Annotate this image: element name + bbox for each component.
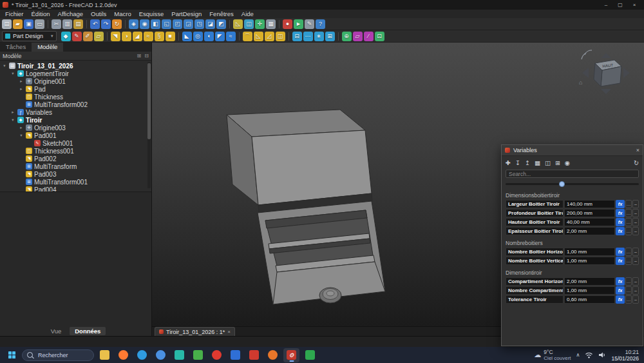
taskbar-search-input[interactable] bbox=[37, 351, 90, 359]
expression-editor-button[interactable]: … bbox=[625, 209, 632, 217]
new-document[interactable]: ▤ bbox=[2, 19, 12, 29]
variable-name-cell[interactable]: Largeur Boitier Tiroir bbox=[506, 200, 564, 208]
create-sketch[interactable]: ✎ bbox=[72, 32, 82, 41]
fx-expression-badge[interactable]: fx bbox=[616, 286, 625, 295]
combo-view-tab[interactable]: Modèle bbox=[32, 43, 63, 52]
tree-item[interactable]: ◥ Pad003 bbox=[0, 170, 151, 178]
datum-line[interactable]: ∕ bbox=[364, 32, 374, 41]
paste[interactable]: ▤ bbox=[73, 19, 83, 29]
remove-variable-button[interactable]: – bbox=[632, 227, 639, 235]
document-tab[interactable]: Tiroir_13_01_2026 : 1* × bbox=[155, 327, 235, 336]
variable-name-cell[interactable]: Nombre Compartiment V bbox=[506, 286, 564, 295]
measure[interactable]: ◺ bbox=[233, 19, 243, 29]
tree-item[interactable]: ▸ ƒ Variables bbox=[0, 108, 151, 116]
tree-item[interactable]: ▸ ✛ Origine001 bbox=[0, 77, 151, 85]
freecad[interactable]: ⚙ bbox=[283, 348, 299, 362]
fx-expression-badge[interactable]: fx bbox=[616, 227, 625, 235]
draft[interactable]: ◿ bbox=[265, 32, 274, 41]
app-green[interactable] bbox=[190, 348, 206, 362]
right-view[interactable]: ◲ bbox=[184, 19, 193, 29]
add-variable-icon[interactable]: ✚ bbox=[506, 159, 511, 166]
expression-editor-button[interactable]: … bbox=[625, 257, 632, 265]
export-icon[interactable]: ↥ bbox=[525, 159, 530, 166]
hidden-icons-chevron[interactable]: ∧ bbox=[576, 352, 580, 358]
expression-editor-button[interactable]: … bbox=[625, 218, 632, 226]
left-view[interactable]: ◩ bbox=[216, 19, 226, 29]
datum-plane[interactable]: ▱ bbox=[353, 32, 363, 41]
revolution[interactable]: ◑ bbox=[122, 32, 131, 41]
menu-item[interactable]: Fichier bbox=[1, 10, 28, 18]
table-view-icon[interactable]: ▦ bbox=[535, 159, 540, 166]
expression-editor-button[interactable]: … bbox=[625, 200, 632, 208]
chamfer[interactable]: ◺ bbox=[254, 32, 263, 41]
expression-editor-button[interactable]: … bbox=[625, 286, 632, 295]
menu-item[interactable]: Édition bbox=[28, 10, 54, 18]
variable-value-cell[interactable]: 200,00 mm bbox=[564, 209, 615, 217]
shapebinder[interactable]: ⊡ bbox=[375, 32, 384, 41]
subtractive-loft[interactable]: ◤ bbox=[215, 32, 225, 41]
tree-item[interactable]: ⊞ MultiTransform001 bbox=[0, 178, 151, 186]
app-red[interactable] bbox=[246, 348, 262, 362]
fx-expression-badge[interactable]: fx bbox=[616, 295, 625, 304]
tree-item[interactable]: ▾ ◆ LogementTiroir bbox=[0, 70, 151, 77]
expression-editor-button[interactable]: … bbox=[625, 295, 632, 304]
tree-item[interactable]: ▾ ▤ Tiroir_13_01_2026 bbox=[0, 62, 151, 70]
close-icon[interactable]: × bbox=[227, 329, 231, 335]
mirrored[interactable]: ⊟ bbox=[292, 32, 302, 41]
file-explorer[interactable] bbox=[97, 348, 113, 362]
tree-item[interactable]: ◫ Thickness bbox=[0, 93, 151, 101]
taskbar-clock[interactable]: 10:21 15/01/2026 bbox=[611, 349, 639, 362]
tree-item[interactable]: ⊞ MultiTransform002 bbox=[0, 101, 151, 108]
variables-panel-titlebar[interactable]: Variables × bbox=[502, 145, 643, 156]
variable-value-cell[interactable]: 1,00 mm bbox=[564, 286, 615, 295]
menu-item[interactable]: PartDesign bbox=[167, 10, 205, 18]
volume-icon[interactable] bbox=[598, 351, 606, 358]
variable-name-cell[interactable]: Nombre Boitier Vertical bbox=[506, 257, 564, 265]
menu-item[interactable]: Outils bbox=[87, 10, 110, 18]
property-view-tab[interactable]: Vue bbox=[46, 327, 67, 335]
multitransform[interactable]: ⊞ bbox=[325, 32, 335, 41]
app-blue[interactable] bbox=[227, 348, 243, 362]
refresh[interactable]: ↻ bbox=[112, 19, 122, 29]
linear-pattern[interactable]: ⋯ bbox=[303, 32, 313, 41]
nav-cube-body[interactable]: HAUT bbox=[594, 60, 621, 86]
close-button[interactable]: × bbox=[627, 0, 641, 10]
tree-item[interactable]: ▸ ◥ Pad bbox=[0, 85, 151, 93]
whats-this[interactable]: ? bbox=[316, 19, 325, 29]
tree-item[interactable]: ✎ Sketch001 bbox=[0, 139, 151, 147]
clipping-plane[interactable]: ◫ bbox=[244, 19, 254, 29]
tree-expander-icon[interactable]: ▸ bbox=[10, 110, 15, 115]
macro-record[interactable]: ● bbox=[283, 19, 292, 29]
navigation-cube[interactable]: ⌂ HAUT bbox=[576, 48, 635, 98]
close-icon[interactable]: × bbox=[636, 147, 639, 153]
remove-variable-button[interactable]: – bbox=[632, 218, 639, 226]
print[interactable]: ▭ bbox=[35, 19, 44, 29]
firefox[interactable] bbox=[115, 348, 131, 362]
variable-value-cell[interactable]: 1,00 mm bbox=[564, 257, 615, 265]
variable-name-cell[interactable]: Hauteur Boitier Tiroir bbox=[506, 218, 564, 226]
map-sketch-to-face[interactable]: ▱ bbox=[94, 32, 104, 41]
minimize-button[interactable]: – bbox=[599, 0, 613, 10]
fit-all[interactable]: ◈ bbox=[129, 19, 138, 29]
menu-item[interactable]: Affichage bbox=[54, 10, 87, 18]
tree-item[interactable]: ◥ Pad004 bbox=[0, 186, 151, 191]
additive-loft[interactable]: ◢ bbox=[133, 32, 142, 41]
variable-value-cell[interactable]: 40,00 mm bbox=[564, 218, 615, 226]
tree-item[interactable]: ◥ Pad002 bbox=[0, 155, 151, 162]
remove-variable-button[interactable]: – bbox=[632, 295, 639, 304]
macro-edit[interactable]: ✎ bbox=[305, 19, 314, 29]
additive-primitive[interactable]: ■ bbox=[166, 32, 175, 41]
app-orange[interactable] bbox=[265, 348, 281, 362]
bottom-view[interactable]: ◪ bbox=[205, 19, 215, 29]
remove-variable-button[interactable]: – bbox=[632, 257, 639, 265]
refresh-icon[interactable]: ↻ bbox=[634, 159, 639, 166]
variable-value-cell[interactable]: 140,00 mm bbox=[564, 200, 615, 208]
variables-search-input[interactable] bbox=[506, 170, 639, 178]
tree-item[interactable]: ▾ ◆ Tiroir bbox=[0, 116, 151, 124]
tree-expander-icon[interactable]: ▾ bbox=[2, 63, 7, 68]
selection-filter[interactable]: ▦ bbox=[266, 19, 276, 29]
remove-variable-button[interactable]: – bbox=[632, 277, 639, 286]
additive-helix[interactable]: § bbox=[155, 32, 164, 41]
fx-expression-badge[interactable]: fx bbox=[616, 209, 625, 217]
variable-value-cell[interactable]: 2,00 mm bbox=[564, 227, 615, 235]
